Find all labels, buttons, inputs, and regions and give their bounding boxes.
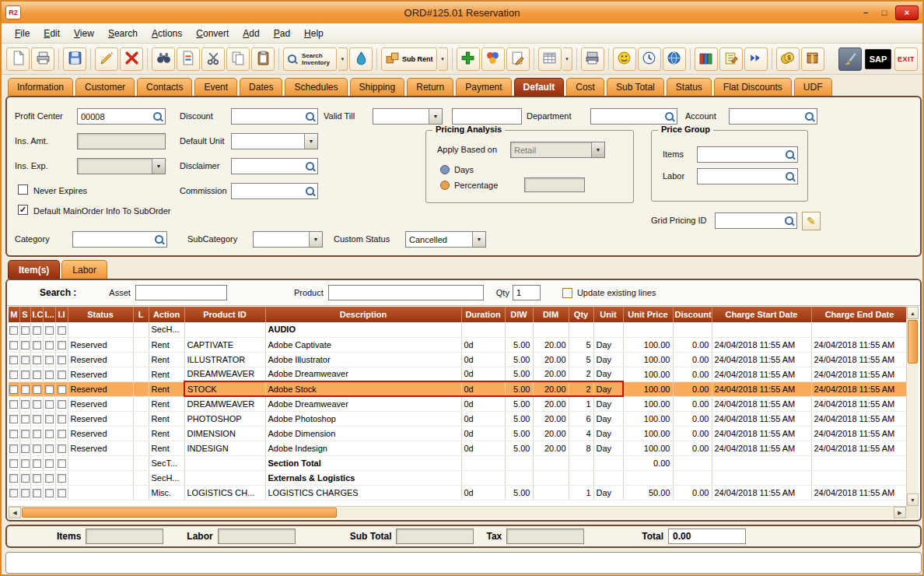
row-checkbox[interactable] <box>9 459 18 468</box>
grid-col-status[interactable]: Status <box>68 307 133 322</box>
row-checkbox[interactable] <box>33 400 41 409</box>
menu-edit[interactable]: Edit <box>37 25 67 42</box>
row-checkbox[interactable] <box>45 444 54 453</box>
row-checkbox[interactable] <box>33 371 41 379</box>
app-icon[interactable]: R2 <box>5 5 21 19</box>
scroll-up-icon[interactable]: ▲ <box>907 307 919 319</box>
payment-button[interactable]: $ <box>776 47 800 71</box>
price-group-items-field[interactable] <box>697 146 798 163</box>
cut-button[interactable] <box>201 47 225 71</box>
sap-button[interactable]: SAP <box>865 49 891 69</box>
search-icon[interactable] <box>305 111 316 122</box>
grid-col-i-c[interactable]: I.C <box>30 307 43 322</box>
search-icon[interactable] <box>664 111 675 122</box>
menu-add[interactable]: Add <box>236 25 266 42</box>
time-button[interactable] <box>638 47 661 71</box>
search-icon[interactable] <box>784 216 795 227</box>
search-icon[interactable] <box>305 161 316 172</box>
tab-schedules[interactable]: Schedules <box>285 78 347 96</box>
package-button[interactable] <box>801 47 824 71</box>
row-checkbox[interactable] <box>33 459 41 468</box>
row-checkbox[interactable] <box>21 371 30 379</box>
row-checkbox[interactable] <box>58 326 66 335</box>
chevron-down-icon[interactable]: ▼ <box>309 232 322 247</box>
row-checkbox[interactable] <box>21 459 30 468</box>
search-inventory-dropdown[interactable]: ▼ <box>338 47 348 71</box>
tab-udf[interactable]: UDF <box>794 78 832 96</box>
tab-flat-discounts[interactable]: Flat Discounts <box>714 78 792 96</box>
grid-row[interactable]: ReservedRentINDESIGNAdobe Indesign0d5.00… <box>9 441 906 455</box>
row-checkbox[interactable] <box>58 415 66 423</box>
row-checkbox[interactable] <box>33 415 41 423</box>
disclaimer-field[interactable] <box>231 158 318 174</box>
add-line-button[interactable] <box>457 47 480 71</box>
row-checkbox[interactable] <box>9 430 18 438</box>
save-button[interactable] <box>63 47 86 71</box>
row-checkbox[interactable] <box>9 326 18 335</box>
search-icon[interactable] <box>785 149 796 160</box>
row-checkbox[interactable] <box>21 474 30 483</box>
grid-col-unit-price[interactable]: Unit Price <box>623 307 673 322</box>
search-icon[interactable] <box>804 111 815 122</box>
valid-till-time-field[interactable] <box>452 108 522 125</box>
row-checkbox[interactable] <box>58 356 66 364</box>
row-checkbox[interactable] <box>9 385 18 394</box>
notes-button[interactable] <box>719 47 743 71</box>
feedback-button[interactable] <box>613 47 636 71</box>
grid-row[interactable]: ReservedRentDREAMWEAVERAdobe Dreamweaver… <box>9 367 906 381</box>
row-checkbox[interactable] <box>45 400 54 409</box>
tab-event[interactable]: Event <box>194 78 237 96</box>
delete-button[interactable] <box>120 47 143 71</box>
search-inventory-button[interactable]: Search Inventory <box>283 47 337 71</box>
grid-col-i[interactable]: I... <box>43 307 55 322</box>
find-button[interactable] <box>152 47 175 71</box>
report-button[interactable] <box>581 47 604 71</box>
row-checkbox[interactable] <box>58 459 66 468</box>
category-field[interactable] <box>72 231 167 248</box>
department-field[interactable] <box>590 108 677 125</box>
update-lines-checkbox[interactable] <box>562 288 572 298</box>
row-checkbox[interactable] <box>33 444 41 453</box>
row-checkbox[interactable] <box>45 385 54 394</box>
row-checkbox[interactable] <box>33 489 41 497</box>
row-checkbox[interactable] <box>21 400 30 409</box>
group-items-button[interactable] <box>481 47 505 71</box>
never-expires-checkbox[interactable] <box>18 184 28 195</box>
grid-row[interactable]: SecT...Section Total0.00 <box>9 455 906 470</box>
row-checkbox[interactable] <box>45 474 54 483</box>
profit-center-field[interactable]: 00008 <box>77 108 166 125</box>
subtab-item-s[interactable]: Item(s) <box>8 260 60 279</box>
row-checkbox[interactable] <box>9 415 18 423</box>
grid-row[interactable]: SecH...AUDIO <box>9 322 906 337</box>
default-unit-combo[interactable]: ▼ <box>231 133 318 149</box>
grid-col-unit[interactable]: Unit <box>593 307 623 322</box>
grid-col-action[interactable]: Action <box>149 307 184 322</box>
row-checkbox[interactable] <box>45 356 54 364</box>
grid-col-diw[interactable]: DIW <box>505 307 533 322</box>
custom-status-combo[interactable]: Cancelled▼ <box>405 231 486 248</box>
tab-customer[interactable]: Customer <box>75 78 135 96</box>
grid-col-charge-start-date[interactable]: Charge Start Date <box>712 307 811 322</box>
row-checkbox[interactable] <box>58 474 66 483</box>
row-checkbox[interactable] <box>21 489 30 497</box>
asset-input[interactable] <box>135 285 227 300</box>
tab-return[interactable]: Return <box>407 78 453 96</box>
subcategory-combo[interactable]: ▼ <box>253 231 323 248</box>
row-checkbox[interactable] <box>58 400 66 409</box>
menu-pad[interactable]: Pad <box>267 25 297 42</box>
row-checkbox[interactable] <box>9 371 18 379</box>
search-icon[interactable] <box>152 111 163 122</box>
tab-dates[interactable]: Dates <box>240 78 282 96</box>
chevron-down-icon[interactable]: ▼ <box>472 232 485 247</box>
catalog-button[interactable] <box>695 47 718 71</box>
grid-row[interactable]: ReservedRentDIMENSIONAdobe Dimension0d5.… <box>9 426 906 441</box>
menu-actions[interactable]: Actions <box>145 25 189 42</box>
vertical-scrollbar[interactable]: ▲ ▼ <box>906 307 919 506</box>
days-radio[interactable] <box>440 165 450 174</box>
tab-shipping[interactable]: Shipping <box>350 78 405 96</box>
vertical-scroll-thumb[interactable] <box>908 320 918 364</box>
cut-document-button[interactable] <box>177 47 200 71</box>
qty-input[interactable]: 1 <box>513 285 541 300</box>
availability-button[interactable] <box>349 47 373 71</box>
tab-status[interactable]: Status <box>667 78 712 96</box>
